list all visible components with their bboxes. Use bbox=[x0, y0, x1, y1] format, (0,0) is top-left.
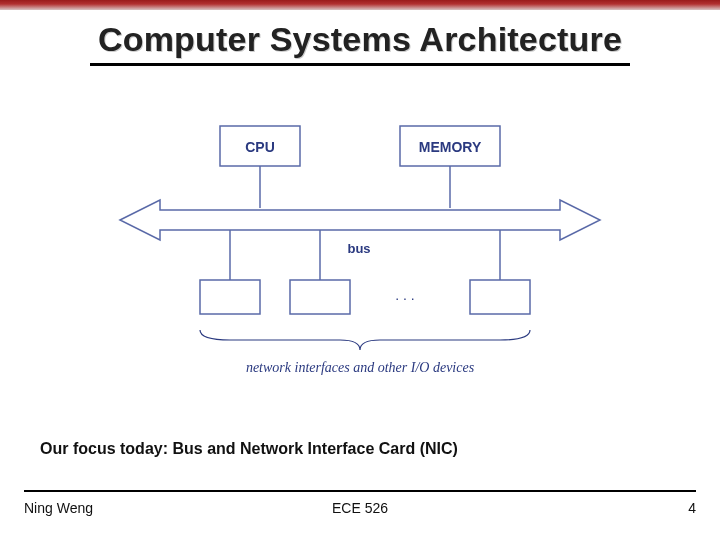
bus-arrow bbox=[120, 200, 600, 240]
brace-caption: network interfaces and other I/O devices bbox=[246, 360, 475, 375]
page-title: Computer Systems Architecture bbox=[90, 20, 630, 66]
bus-label: bus bbox=[347, 241, 370, 256]
io-box-2 bbox=[290, 280, 350, 314]
io-box-1 bbox=[200, 280, 260, 314]
footer: Ning Weng ECE 526 4 bbox=[24, 500, 696, 516]
focus-line: Our focus today: Bus and Network Interfa… bbox=[40, 440, 458, 458]
footer-divider bbox=[24, 490, 696, 492]
architecture-diagram: CPU MEMORY bus . . . network interfaces … bbox=[0, 120, 720, 390]
footer-page: 4 bbox=[688, 500, 696, 516]
cpu-label: CPU bbox=[245, 139, 275, 155]
footer-author: Ning Weng bbox=[24, 500, 93, 516]
footer-course: ECE 526 bbox=[332, 500, 388, 516]
diagram-svg: CPU MEMORY bus . . . network interfaces … bbox=[100, 120, 620, 390]
memory-label: MEMORY bbox=[419, 139, 482, 155]
underbrace bbox=[200, 330, 530, 350]
top-banner bbox=[0, 0, 720, 10]
svg-marker-0 bbox=[120, 200, 600, 240]
ellipsis: . . . bbox=[395, 287, 414, 303]
io-box-3 bbox=[470, 280, 530, 314]
title-area: Computer Systems Architecture bbox=[0, 20, 720, 66]
